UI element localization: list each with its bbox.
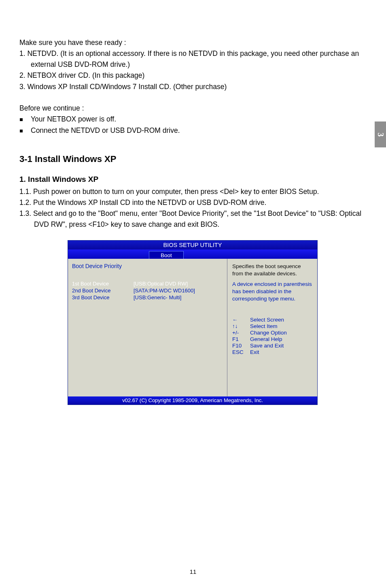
bios-row-label: 2nd Boot Device (72, 288, 134, 294)
bios-key-desc: General Help (250, 336, 282, 342)
bios-footer: v02.67 (C) Copyright 1985-2009, American… (68, 396, 317, 405)
bios-key: F10 (232, 343, 250, 349)
bios-title: BIOS SETUP UTILITY (68, 241, 317, 249)
bullet-item: Your NETBOX power is off. (19, 114, 366, 125)
bios-panel-heading: Boot Device Priority (72, 263, 225, 269)
bios-key: ESC (232, 349, 250, 355)
bullet-item: Connect the NETDVD or USB DVD-ROM drive. (19, 125, 366, 136)
bios-row: 2nd Boot Device [SATA:PM-WDC WD1600] (72, 288, 225, 294)
bios-screenshot: BIOS SETUP UTILITY Boot Boot Device Prio… (68, 240, 318, 405)
bullet-text: Your NETBOX power is off. (31, 114, 116, 125)
page-number: 11 (0, 568, 386, 575)
bios-key-desc: Exit (250, 349, 259, 355)
bios-right-panel: Specifies the boot sequence from the ava… (227, 259, 317, 396)
step-text: 1.1. Push power on button to turn on you… (19, 186, 366, 197)
bios-key-desc: Select Screen (250, 317, 284, 323)
bios-help-text: A device enclosed in parenthesis has bee… (232, 281, 313, 303)
square-bullet-icon (20, 118, 23, 121)
intro-item: 2. NETBOX driver CD. (In this package) (19, 70, 366, 81)
bios-key-desc: Save and Exit (250, 343, 284, 349)
chapter-number: 3 (376, 132, 385, 136)
bios-row-label: 3rd Boot Device (72, 294, 134, 300)
intro-item: 1. NETDVD. (It is an optional accessory.… (19, 48, 366, 70)
bullet-text: Connect the NETDVD or USB DVD-ROM drive. (31, 125, 180, 136)
bios-row-value: [USB:Optical DVD RW] (134, 281, 188, 287)
bios-tabbar: Boot (68, 249, 317, 259)
bios-row-selected: 1st Boot Device [USB:Optical DVD RW] (72, 281, 225, 287)
intro-lead: Make sure you have these ready : (19, 37, 366, 48)
bios-left-panel: Boot Device Priority 1st Boot Device [US… (68, 259, 227, 396)
bios-key-desc: Change Option (250, 330, 287, 336)
bios-key: ↑↓ (232, 323, 250, 329)
bios-row-label: 1st Boot Device (72, 281, 134, 287)
bios-row-value: [SATA:PM-WDC WD1600] (134, 288, 195, 294)
bios-key: F1 (232, 336, 250, 342)
intro-item: 3. Windows XP Install CD/Windows 7 Insta… (19, 81, 366, 92)
bios-key: +/- (232, 330, 250, 336)
sub-heading: 1. Install Windows XP (19, 175, 366, 184)
before-lead: Before we continue : (19, 103, 366, 114)
step-text: 1.3. Select and go to the "Boot" menu, e… (19, 208, 366, 230)
bios-help-text: Specifies the boot sequence from the ava… (232, 263, 313, 277)
section-heading: 3-1 Install Windows XP (19, 154, 366, 164)
step-text: 1.2. Put the Windows XP Install CD into … (19, 197, 366, 208)
bios-key-desc: Select Item (250, 323, 278, 329)
square-bullet-icon (20, 130, 23, 132)
bios-row-value: [USB:Generic- Multi] (134, 294, 181, 300)
bios-row: 3rd Boot Device [USB:Generic- Multi] (72, 294, 225, 300)
chapter-tab: 3 (375, 121, 386, 147)
bios-key: ← (232, 317, 250, 323)
bios-key-legend: ←Select Screen ↑↓Select Item +/-Change O… (232, 317, 313, 355)
bios-tab-boot: Boot (149, 251, 184, 259)
